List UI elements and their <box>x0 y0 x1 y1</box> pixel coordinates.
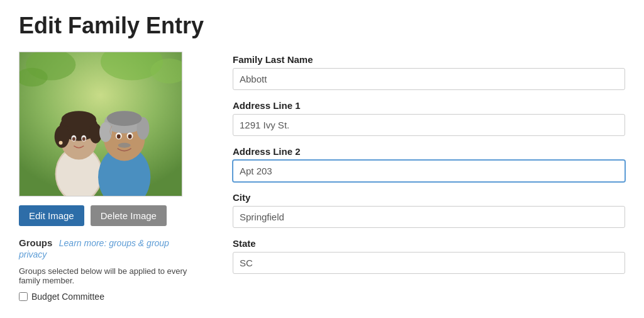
svg-point-15 <box>72 137 75 141</box>
address1-field-group: Address Line 1 <box>233 100 625 136</box>
family-photo <box>19 52 182 196</box>
budget-committee-label: Budget Committee <box>31 292 104 302</box>
image-button-row: Edit Image Delete Image <box>19 205 195 226</box>
svg-point-28 <box>128 134 132 139</box>
address2-field-group: Address Line 2 <box>233 146 625 182</box>
city-input[interactable] <box>233 206 625 228</box>
right-panel: Family Last Name Address Line 1 Address … <box>233 52 625 274</box>
svg-point-24 <box>107 111 142 126</box>
city-label: City <box>233 192 625 203</box>
main-layout: Edit Image Delete Image Groups Learn mor… <box>19 52 625 302</box>
family-last-name-input[interactable] <box>233 68 625 90</box>
family-last-name-label: Family Last Name <box>233 54 625 65</box>
delete-image-button[interactable]: Delete Image <box>91 205 167 226</box>
svg-point-29 <box>118 143 131 148</box>
family-last-name-field-group: Family Last Name <box>233 54 625 90</box>
edit-image-button[interactable]: Edit Image <box>19 205 84 226</box>
state-field-group: State <box>233 238 625 274</box>
groups-section: Groups Learn more: groups & group privac… <box>19 237 195 260</box>
address1-input[interactable] <box>233 114 625 136</box>
left-panel: Edit Image Delete Image Groups Learn mor… <box>19 52 195 302</box>
city-field-group: City <box>233 192 625 228</box>
svg-point-16 <box>82 137 86 141</box>
state-input[interactable] <box>233 252 625 274</box>
svg-point-10 <box>55 125 70 148</box>
svg-point-27 <box>117 134 121 139</box>
budget-committee-checkbox[interactable] <box>19 292 28 301</box>
svg-point-12 <box>62 111 97 128</box>
address2-input[interactable] <box>233 160 625 182</box>
svg-point-17 <box>59 141 63 145</box>
address2-label: Address Line 2 <box>233 146 625 157</box>
page-title: Edit Family Entry <box>19 13 625 39</box>
groups-heading: Groups <box>19 237 52 248</box>
budget-committee-checkbox-label[interactable]: Budget Committee <box>19 292 195 302</box>
address1-label: Address Line 1 <box>233 100 625 111</box>
state-label: State <box>233 238 625 249</box>
groups-description: Groups selected below will be applied to… <box>19 266 195 285</box>
